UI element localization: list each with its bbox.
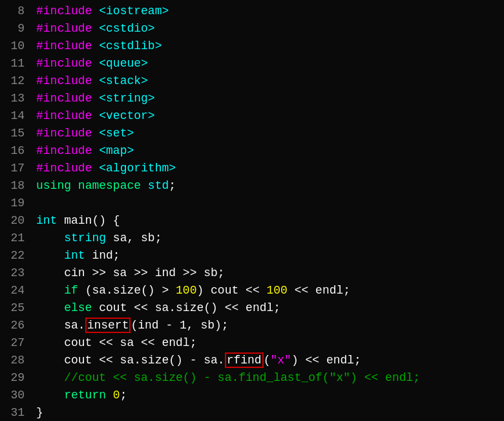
line-number: 12 xyxy=(5,72,25,90)
code-line: 23 cin >> sa >> ind >> sb; xyxy=(0,264,504,282)
line-number: 9 xyxy=(5,20,25,38)
token xyxy=(36,301,64,314)
token xyxy=(92,39,99,52)
code-content: #include <map> xyxy=(36,142,134,160)
code-line: 21 string sa, sb; xyxy=(0,230,504,247)
token xyxy=(36,389,64,402)
token: ) << endl; xyxy=(291,354,361,367)
token: 100 xyxy=(176,284,196,297)
code-content: cin >> sa >> ind >> sb; xyxy=(36,264,225,282)
token xyxy=(71,179,78,192)
token xyxy=(106,389,113,402)
token: using xyxy=(36,179,71,192)
token: 100 xyxy=(267,284,288,297)
token: #include xyxy=(36,57,92,70)
token: sa. xyxy=(36,319,85,332)
line-number: 8 xyxy=(5,3,25,20)
code-line: 9#include <cstdio> xyxy=(0,20,504,38)
token xyxy=(141,179,148,192)
token: 0 xyxy=(113,389,120,402)
token: cout << sa.size() - sa. xyxy=(36,354,225,367)
line-number: 20 xyxy=(5,212,25,230)
token: #include xyxy=(36,5,92,17)
line-number: 31 xyxy=(5,404,25,421)
token: << endl; xyxy=(288,284,350,297)
token: int xyxy=(36,214,57,227)
line-number: 15 xyxy=(5,125,25,142)
code-line: 19 xyxy=(0,195,504,212)
code-content: cout << sa.size() - sa.rfind("x") << end… xyxy=(36,352,361,369)
code-line: 29 //cout << sa.size() - sa.find_last_of… xyxy=(0,369,504,387)
line-number: 24 xyxy=(5,282,25,299)
token: if xyxy=(64,284,78,297)
code-content: sa.insert(ind - 1, sb); xyxy=(36,317,229,334)
code-line: 16#include <map> xyxy=(0,142,504,160)
token: cout << sa << endl; xyxy=(36,336,196,349)
code-content: int ind; xyxy=(36,247,120,264)
code-line: 30 return 0; xyxy=(0,387,504,404)
code-line: 22 int ind; xyxy=(0,247,504,264)
line-number: 13 xyxy=(5,90,25,107)
highlighted-method: insert xyxy=(85,318,131,333)
code-line: 28 cout << sa.size() - sa.rfind("x") << … xyxy=(0,352,504,369)
token: ind; xyxy=(85,249,120,262)
line-number: 29 xyxy=(5,369,25,387)
token xyxy=(36,284,64,297)
token: cout << sa.size() << endl; xyxy=(92,301,280,314)
token: ( xyxy=(264,354,271,367)
code-line: 11#include <queue> xyxy=(0,55,504,72)
code-content: #include <stack> xyxy=(36,72,148,90)
code-line: 14#include <vector> xyxy=(0,107,504,125)
line-number: 14 xyxy=(5,107,25,125)
line-number: 26 xyxy=(5,317,25,334)
token: return xyxy=(64,389,106,402)
token: #include xyxy=(36,162,92,175)
line-number: 21 xyxy=(5,230,25,247)
token: "x" xyxy=(270,354,291,367)
code-content: } xyxy=(36,404,43,421)
code-content: #include <set> xyxy=(36,125,134,142)
line-number: 28 xyxy=(5,352,25,369)
token: <algorithm> xyxy=(99,162,176,175)
line-number: 27 xyxy=(5,334,25,352)
line-number: 19 xyxy=(5,195,25,212)
token: #include xyxy=(36,22,92,35)
token xyxy=(92,109,99,122)
token: namespace xyxy=(78,179,141,192)
token: #include xyxy=(36,144,92,157)
token xyxy=(92,74,99,87)
code-content: string sa, sb; xyxy=(36,230,162,247)
token: <iostream> xyxy=(99,5,169,17)
code-line: 8#include <iostream> xyxy=(0,3,504,20)
token: #include xyxy=(36,92,92,105)
highlighted-method: rfind xyxy=(225,352,264,368)
token: #include xyxy=(36,74,92,87)
code-line: 25 else cout << sa.size() << endl; xyxy=(0,299,504,317)
token: <cstdlib> xyxy=(99,39,162,52)
token: string xyxy=(64,232,106,244)
token xyxy=(36,232,64,244)
token: std xyxy=(148,179,169,192)
code-content: #include <string> xyxy=(36,90,155,107)
code-content: #include <vector> xyxy=(36,107,155,125)
token: #include xyxy=(36,39,92,52)
line-number: 17 xyxy=(5,160,25,177)
code-content: #include <queue> xyxy=(36,55,148,72)
code-content: int main() { xyxy=(36,212,120,230)
token xyxy=(92,127,99,140)
code-line: 26 sa.insert(ind - 1, sb); xyxy=(0,317,504,334)
line-number: 16 xyxy=(5,142,25,160)
token: <queue> xyxy=(99,57,148,70)
token: <set> xyxy=(99,127,134,140)
code-content: #include <cstdlib> xyxy=(36,38,162,55)
token: #include xyxy=(36,109,92,122)
token xyxy=(92,5,99,17)
token xyxy=(36,249,64,262)
token xyxy=(92,22,99,35)
line-number: 23 xyxy=(5,264,25,282)
token: <cstdio> xyxy=(99,22,154,35)
code-line: 24 if (sa.size() > 100) cout << 100 << e… xyxy=(0,282,504,299)
code-content: #include <algorithm> xyxy=(36,160,176,177)
code-line: 20int main() { xyxy=(0,212,504,230)
token: (ind - 1, sb); xyxy=(131,319,228,332)
